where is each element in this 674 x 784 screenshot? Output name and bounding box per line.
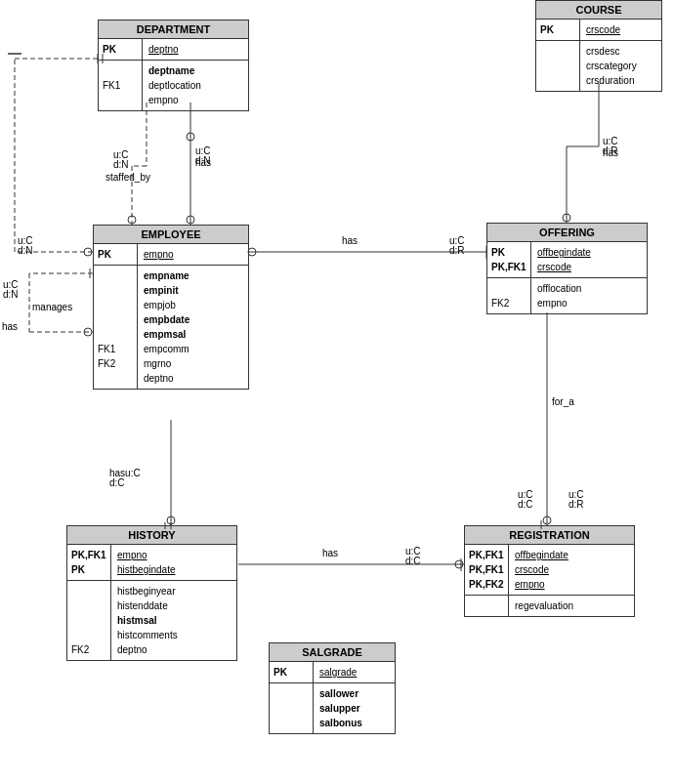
entity-salgrade: SALGRADE PK salgrade sallower salupper s… xyxy=(269,642,396,734)
history-pk-attr2: histbegindate xyxy=(117,562,176,577)
department-pk-attr: deptno xyxy=(148,42,179,57)
label-uc-dr-off: u:C xyxy=(569,489,584,500)
entity-offering-title: OFFERING xyxy=(487,224,647,242)
label-has-dept-emp: has xyxy=(195,157,211,168)
label-dr-off2: d:R xyxy=(569,499,584,510)
offering-pk-attr1: offbegindate xyxy=(537,245,591,260)
label-dn-dept: d:N xyxy=(113,159,129,170)
salgrade-pk-label: PK xyxy=(274,665,309,680)
label-uc-emp-off: u:C xyxy=(449,235,465,246)
employee-attr-empcomm: empcomm xyxy=(144,342,190,356)
course-attr-crscategory: crscategory xyxy=(586,59,637,73)
label-uc-dc-hist: u:C xyxy=(405,546,421,557)
entity-registration: REGISTRATION PK,FK1 PK,FK1 PK,FK2 offbeg… xyxy=(464,525,635,617)
label-has-emp-offering: has xyxy=(342,235,358,246)
department-pk-label: PK xyxy=(103,42,138,57)
reg-pkfk1-label1: PK,FK1 xyxy=(469,548,504,562)
offering-attr-offlocation: offlocation xyxy=(537,281,581,296)
history-pkfk1-label: PK,FK1 xyxy=(71,548,106,562)
label-dc-hist2: d:C xyxy=(405,556,421,566)
crow-emp-off-circle xyxy=(248,248,256,256)
entity-employee: EMPLOYEE PK empno FK1 FK2 empname empini… xyxy=(93,225,249,390)
label-uc-dn-dept: u:C xyxy=(113,149,129,160)
employee-attr-empmsal: empmsal xyxy=(144,327,190,342)
salgrade-attr-sallower: sallower xyxy=(319,686,362,701)
offering-fk2-label: FK2 xyxy=(491,296,527,310)
label-uc-dn-outer: u:C xyxy=(18,235,33,246)
label-staffed-by: staffed_by xyxy=(105,172,150,183)
employee-attr-empbdate: empbdate xyxy=(144,312,190,327)
offering-pk-label: PK xyxy=(491,245,527,260)
department-attr-deptlocation: deptlocation xyxy=(148,78,201,93)
history-attr-histcomments: histcomments xyxy=(117,628,178,642)
reg-pk-attr1: offbegindate xyxy=(515,548,569,562)
label-has-course: has xyxy=(603,147,618,158)
history-pk-label: PK xyxy=(71,562,106,577)
history-attr-histbeginyear: histbeginyear xyxy=(117,584,178,598)
offering-attr-empno: empno xyxy=(537,296,581,310)
offering-pk-attr2: crscode xyxy=(537,260,591,274)
entity-history-title: HISTORY xyxy=(67,526,236,545)
reg-pkfk2-label: PK,FK2 xyxy=(469,577,504,592)
history-fk2-label: FK2 xyxy=(71,642,106,657)
reg-pkfk1-label2: PK,FK1 xyxy=(469,562,504,577)
employee-attr-deptno: deptno xyxy=(144,371,190,386)
history-pk-attr1: empno xyxy=(117,548,176,562)
label-dn-outer: d:N xyxy=(18,245,33,256)
entity-course: COURSE PK crscode crsdesc crscategory cr… xyxy=(535,0,662,92)
salgrade-attr-salupper: salupper xyxy=(319,701,362,716)
course-attr-crsduration: crsduration xyxy=(586,73,637,88)
label-hasu-dc: hasu:C xyxy=(109,468,141,478)
history-attr-histenddate: histenddate xyxy=(117,598,178,613)
course-pk-attr: crscode xyxy=(586,22,620,37)
label-dr-course: d:R xyxy=(603,145,618,156)
employee-pk-attr: empno xyxy=(144,247,174,262)
entity-course-title: COURSE xyxy=(536,1,661,20)
entity-employee-title: EMPLOYEE xyxy=(94,226,248,244)
label-has-hist-reg: has xyxy=(322,548,338,558)
label-dr-emp-off: d:R xyxy=(449,245,465,256)
hist-circle xyxy=(167,516,175,524)
reg-pk-attr2: crscode xyxy=(515,562,569,577)
course-pk-label: PK xyxy=(540,22,575,37)
department-fk1-label: FK1 xyxy=(103,78,138,93)
entity-department: DEPARTMENT PK deptno FK1 deptname deptlo… xyxy=(98,20,249,111)
label-dc-off: d:C xyxy=(518,499,533,510)
employee-attr-mgrno: mgrno xyxy=(144,356,190,371)
er-diagram: DEPARTMENT PK deptno FK1 deptname deptlo… xyxy=(0,0,674,784)
label-dn-dept2: d:N xyxy=(195,155,211,166)
history-attr-histmsal: histmsal xyxy=(117,613,178,628)
label-uc-dept: u:C xyxy=(195,145,211,156)
reg-circle1 xyxy=(455,560,463,568)
crow-course-offering xyxy=(563,214,570,222)
label-has-left: has xyxy=(2,321,18,332)
history-attr-deptno: deptno xyxy=(117,642,178,657)
entity-registration-title: REGISTRATION xyxy=(465,526,634,545)
entity-offering: OFFERING PK PK,FK1 offbegindate crscode … xyxy=(486,223,648,314)
entity-history: HISTORY PK,FK1 PK empno histbegindate FK… xyxy=(66,525,237,661)
employee-attr-empinit: empinit xyxy=(144,283,190,298)
entity-salgrade-title: SALGRADE xyxy=(270,643,395,662)
employee-fk2-label: FK2 xyxy=(98,356,133,371)
label-manages: manages xyxy=(32,302,72,312)
department-attr-deptname: deptname xyxy=(148,63,201,78)
employee-pk-label: PK xyxy=(98,247,133,262)
salgrade-attr-salbonus: salbonus xyxy=(319,716,362,730)
reg-attr-regevaluation: regevaluation xyxy=(515,598,573,613)
employee-fk1-label: FK1 xyxy=(98,342,133,356)
offering-pkfk1-label: PK,FK1 xyxy=(491,260,527,274)
label-dc-hist: d:C xyxy=(109,477,125,488)
dept-emp-circle xyxy=(187,133,194,141)
staffed-emp-circle xyxy=(128,216,136,224)
salgrade-pk-attr: salgrade xyxy=(319,665,357,680)
reg-circle2 xyxy=(543,516,551,524)
emp-circle-left xyxy=(84,248,92,256)
manages-circle xyxy=(84,328,92,336)
label-uc-dn-left: u:C xyxy=(3,279,19,290)
entity-department-title: DEPARTMENT xyxy=(99,21,248,39)
crow-dept-emp xyxy=(187,216,194,224)
label-for-a: for_a xyxy=(552,396,574,407)
employee-attr-empjob: empjob xyxy=(144,298,190,312)
label-uc-dc-off: u:C xyxy=(518,489,533,500)
course-attr-crsdesc: crsdesc xyxy=(586,44,637,59)
